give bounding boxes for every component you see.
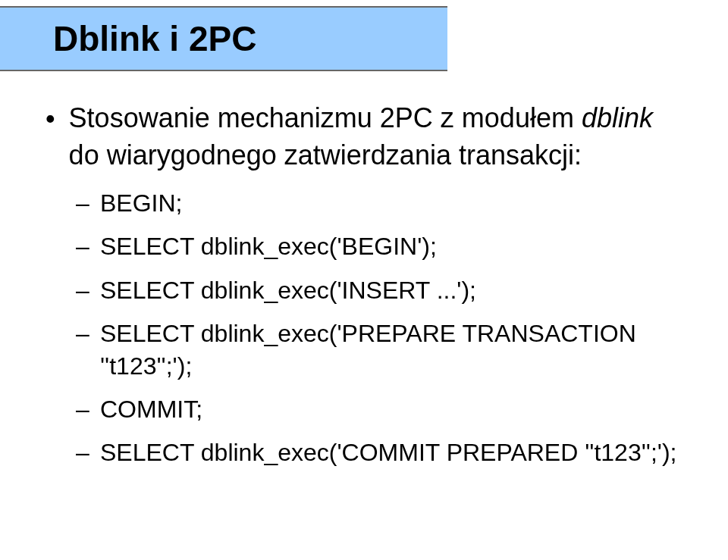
- sublist-text: SELECT dblink_exec('INSERT ...');: [100, 274, 476, 307]
- bullet-text: Stosowanie mechanizmu 2PC z modułem dbli…: [69, 100, 682, 174]
- sublist-dash: –: [76, 187, 89, 220]
- sublist-item: – SELECT dblink_exec('COMMIT PREPARED ''…: [76, 436, 682, 469]
- slide-title: Dblink i 2PC: [53, 19, 256, 58]
- slide-title-bar: Dblink i 2PC: [0, 6, 447, 71]
- sublist-item: – SELECT dblink_exec('INSERT ...');: [76, 274, 682, 307]
- bullet-italic: dblink: [582, 102, 653, 133]
- sublist-dash: –: [76, 230, 89, 263]
- sublist-dash: –: [76, 318, 89, 350]
- sublist-item: – COMMIT;: [76, 393, 682, 426]
- sublist-text: SELECT dblink_exec('BEGIN');: [100, 230, 437, 263]
- sublist-dash: –: [76, 393, 89, 426]
- bullet-text-before: Stosowanie mechanizmu 2PC z modułem: [69, 102, 582, 133]
- sublist-item: – SELECT dblink_exec('BEGIN');: [76, 230, 682, 263]
- sublist-text: SELECT dblink_exec('PREPARE TRANSACTION …: [100, 318, 682, 383]
- sublist-item: – BEGIN;: [76, 187, 682, 220]
- sublist-item: – SELECT dblink_exec('PREPARE TRANSACTIO…: [76, 318, 682, 383]
- slide-content: • Stosowanie mechanizmu 2PC z modułem db…: [0, 71, 728, 470]
- bullet-marker: •: [46, 102, 55, 137]
- sublist-text: BEGIN;: [100, 187, 182, 220]
- sublist-dash: –: [76, 274, 89, 307]
- sublist-text: COMMIT;: [100, 393, 202, 426]
- bullet-item: • Stosowanie mechanizmu 2PC z modułem db…: [46, 100, 682, 174]
- sublist-dash: –: [76, 436, 89, 469]
- sublist-text: SELECT dblink_exec('COMMIT PREPARED ''t1…: [100, 436, 676, 469]
- bullet-text-after: do wiarygodnego zatwierdzania transakcji…: [69, 139, 582, 171]
- sublist: – BEGIN; – SELECT dblink_exec('BEGIN'); …: [76, 187, 682, 469]
